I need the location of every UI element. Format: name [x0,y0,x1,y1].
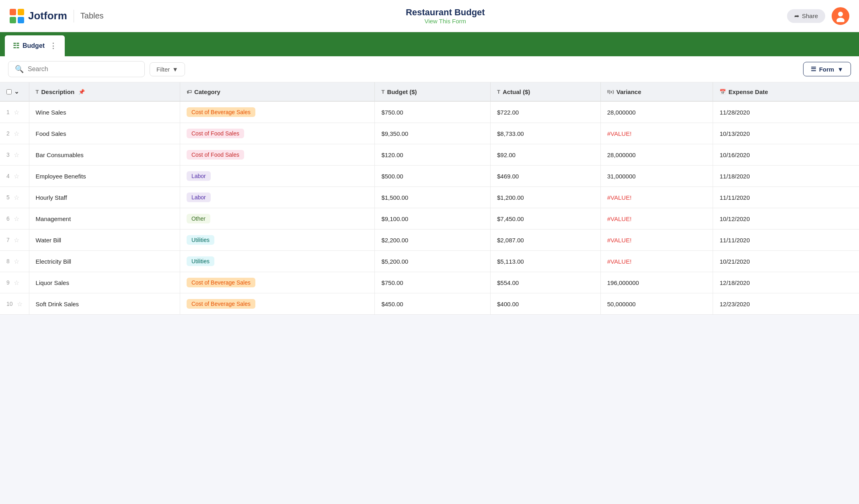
expense-date-cell: 10/21/2020 [713,251,859,272]
variance-cell: #VALUE! [600,208,713,229]
budget-cell: $750.00 [375,272,491,293]
category-badge[interactable]: Labor [187,193,211,202]
col-expense-date[interactable]: 📅 Expense Date [713,82,859,101]
actual-cell: $5,113.00 [490,251,600,272]
category-badge[interactable]: Cost of Beverage Sales [187,107,255,117]
actual-cell: $400.00 [490,293,600,315]
category-cell: Utilities [180,229,375,251]
tab-menu-icon[interactable]: ⋮ [49,41,57,50]
share-button[interactable]: ➦ Share [787,9,825,23]
form-button[interactable]: ☰ Form ▼ [803,62,851,76]
table-row: 3 ☆ Bar Consumables Cost of Food Sales $… [0,144,859,166]
col-description[interactable]: T Description 📌 [29,82,180,101]
star-icon[interactable]: ☆ [14,236,19,244]
category-badge[interactable]: Utilities [187,235,214,245]
view-form-link[interactable]: View This Form [406,18,485,25]
actual-cell: $92.00 [490,144,600,166]
category-badge[interactable]: Labor [187,171,211,181]
description-cell: Water Bill [29,229,180,251]
expense-date-cell: 11/11/2020 [713,187,859,208]
star-icon[interactable]: ☆ [14,172,19,180]
star-icon[interactable]: ☆ [14,279,19,287]
share-icon: ➦ [794,12,799,20]
page-title: Restaurant Budget [406,7,485,18]
col-variance[interactable]: f(x) Variance [600,82,713,101]
tables-label: Tables [80,11,104,20]
expand-icon: ⌄ [14,88,19,95]
expense-date-cell: 10/16/2020 [713,144,859,166]
actual-cell: $554.00 [490,272,600,293]
budget-cell: $750.00 [375,101,491,123]
col-description-label: Description [41,88,75,95]
search-input[interactable] [28,66,138,73]
category-cell: Labor [180,166,375,187]
budget-cell: $9,350.00 [375,123,491,144]
data-table: ⌄ T Description 📌 🏷 Category [0,82,859,315]
category-cell: Cost of Food Sales [180,123,375,144]
star-icon[interactable]: ☆ [14,130,19,137]
col-budget[interactable]: T Budget ($) [375,82,491,101]
row-controls-cell: 4 ☆ [0,166,29,187]
variance-cell: #VALUE! [600,187,713,208]
star-icon[interactable]: ☆ [17,300,23,308]
svg-rect-2 [10,17,16,23]
data-table-container: ⌄ T Description 📌 🏷 Category [0,82,859,315]
expense-date-cell: 12/18/2020 [713,272,859,293]
star-icon[interactable]: ☆ [14,151,19,159]
budget-tab[interactable]: ☷ Budget ⋮ [5,35,65,56]
tab-bar: ☷ Budget ⋮ [0,32,859,56]
category-cell: Labor [180,187,375,208]
star-icon[interactable]: ☆ [14,215,19,223]
svg-rect-0 [10,9,16,15]
row-number: 8 [6,258,10,264]
category-cell: Other [180,208,375,229]
filter-button[interactable]: Filter ▼ [150,62,185,76]
variance-cell: 28,000000 [600,144,713,166]
category-badge[interactable]: Cost of Food Sales [187,129,244,138]
row-number: 2 [6,130,10,137]
tag-col-icon: 🏷 [187,89,192,95]
select-all-checkbox[interactable] [6,89,12,94]
category-badge[interactable]: Utilities [187,256,214,266]
col-actual[interactable]: T Actual ($) [490,82,600,101]
share-label: Share [802,12,818,19]
expense-date-cell: 10/13/2020 [713,123,859,144]
actual-col-icon: T [497,89,500,95]
svg-point-4 [838,12,843,16]
col-category[interactable]: 🏷 Category [180,82,375,101]
svg-rect-1 [18,9,24,15]
category-cell: Cost of Beverage Sales [180,272,375,293]
expense-date-cell: 10/12/2020 [713,208,859,229]
expense-date-cell: 11/28/2020 [713,101,859,123]
svg-rect-3 [18,17,24,23]
actual-cell: $7,450.00 [490,208,600,229]
row-number: 10 [6,301,13,307]
actual-cell: $1,200.00 [490,187,600,208]
table-row: 7 ☆ Water Bill Utilities $2,200.00 $2,08… [0,229,859,251]
row-number: 3 [6,152,10,158]
category-cell: Utilities [180,251,375,272]
star-icon[interactable]: ☆ [14,258,19,265]
variance-col-icon: f(x) [607,89,614,94]
table-row: 8 ☆ Electricity Bill Utilities $5,200.00… [0,251,859,272]
form-chevron-icon: ▼ [837,66,843,73]
table-row: 5 ☆ Hourly Staff Labor $1,500.00 $1,200.… [0,187,859,208]
row-number: 4 [6,173,10,179]
row-controls-cell: 7 ☆ [0,229,29,251]
category-badge[interactable]: Cost of Food Sales [187,150,244,160]
col-category-label: Category [194,88,220,95]
header-left: Jotform Tables [10,9,104,23]
logo-text: Jotform [28,10,67,22]
variance-cell: 31,000000 [600,166,713,187]
star-icon[interactable]: ☆ [14,109,19,116]
description-cell: Liquor Sales [29,272,180,293]
star-icon[interactable]: ☆ [14,194,19,201]
table-row: 9 ☆ Liquor Sales Cost of Beverage Sales … [0,272,859,293]
col-expense-date-label: Expense Date [728,88,768,95]
row-number: 5 [6,194,10,201]
row-number: 6 [6,215,10,222]
category-badge[interactable]: Other [187,214,210,223]
budget-cell: $450.00 [375,293,491,315]
category-badge[interactable]: Cost of Beverage Sales [187,278,255,287]
category-badge[interactable]: Cost of Beverage Sales [187,299,255,309]
